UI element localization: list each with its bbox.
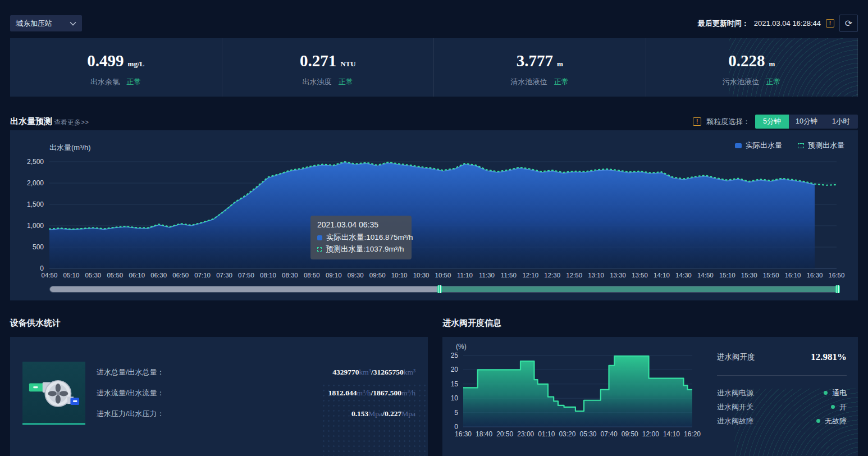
svg-text:13:50: 13:50 [632,272,648,279]
legend-predicted[interactable]: 预测出水量 [798,140,844,151]
kpi-unit: m [769,60,775,69]
svg-text:03:20: 03:20 [559,430,575,438]
view-more-link[interactable]: 查看更多>> [54,118,89,127]
stats-label: 进水总量/出水总量： [97,367,165,377]
svg-text:10:30: 10:30 [413,272,430,279]
kpi-unit: m [557,60,563,69]
status-dot [816,419,820,423]
legend-actual[interactable]: 实际出水量 [735,140,782,151]
svg-text:14:10: 14:10 [663,430,680,438]
svg-text:25: 25 [451,352,459,359]
divider [717,375,847,376]
svg-text:10:50: 10:50 [435,272,451,279]
svg-text:09:50: 09:50 [622,430,638,438]
svg-text:16:50: 16:50 [829,272,845,279]
granularity-5min-button[interactable]: 5分钟 [755,115,789,129]
kpi-label: 污水池液位 [723,77,759,86]
svg-text:06:10: 06:10 [129,272,145,279]
supply-stats-panel: 进水总量/出水总量： 4329770km³/31265750km³ 进水流量/出… [10,337,428,456]
svg-text:07:40: 07:40 [601,430,618,438]
stats-label: 进水流量/出水流量： [97,388,165,398]
valve-power-row: 进水阀电源 通电 [717,386,847,400]
supply-stats-title: 设备供水统计 [10,318,61,329]
svg-text:5: 5 [454,409,458,417]
svg-text:16:30: 16:30 [455,430,472,438]
valve-status-label: 进水阀开关 [717,402,753,412]
svg-text:15:30: 15:30 [741,272,757,279]
svg-text:11:10: 11:10 [457,272,473,279]
svg-text:08:10: 08:10 [260,272,276,279]
datazoom-slider[interactable] [49,285,840,293]
valve-status-label: 进水阀电源 [717,388,753,398]
valve-status-value: 无故障 [825,416,847,426]
svg-text:09:10: 09:10 [326,272,342,279]
datazoom-left-handle[interactable] [437,285,442,293]
datazoom-right-handle[interactable] [835,285,840,293]
svg-text:12:30: 12:30 [544,272,560,279]
svg-text:2,000: 2,000 [27,179,44,187]
valve-switch-row: 进水阀开关 开 [717,400,847,414]
kpi-panel: 0.499 mg/L 出水余氯 正常 0.271 NTU 出水浊度 正常 3.7… [10,38,858,97]
svg-text:05:30: 05:30 [85,272,101,279]
valve-status-label: 进水阀故障 [717,416,753,426]
last-update-value: 2021.03.04 16:28:44 [754,19,821,28]
svg-text:06:50: 06:50 [172,272,189,279]
svg-text:10:10: 10:10 [391,272,408,279]
pump-icon [28,367,80,418]
refresh-button[interactable]: ⟳ [839,15,858,32]
kpi-sewage-tank-level: 0.228 m 污水池液位 正常 [646,38,858,97]
legend-label: 预测出水量 [808,140,844,151]
granularity-label: 颗粒度选择： [706,117,750,127]
warning-icon[interactable]: ! [693,117,701,126]
last-update-label: 最后更新时间： [698,19,749,29]
svg-text:18:40: 18:40 [476,430,492,438]
svg-text:06:30: 06:30 [150,272,167,279]
legend-marker-predicted [798,143,804,148]
svg-text:1,500: 1,500 [27,200,44,208]
stats-value: 4329770km³/31265750km³ [332,368,415,377]
dashboard-page: 城东加压站 最后更新时间： 2021.03.04 16:28:44 ! ⟳ 0.… [0,0,868,456]
kpi-label: 出水余氯 [90,77,120,86]
svg-text:14:50: 14:50 [697,272,714,279]
svg-text:07:10: 07:10 [194,272,211,279]
svg-text:12:50: 12:50 [566,272,582,279]
svg-text:14:10: 14:10 [654,272,670,279]
granularity-1hour-button[interactable]: 1小时 [824,115,858,129]
svg-text:08:50: 08:50 [304,272,320,279]
svg-text:20: 20 [451,366,459,373]
status-badge: 正常 [554,77,569,86]
svg-text:09:50: 09:50 [369,272,386,279]
status-dot [831,405,835,409]
svg-text:23:00: 23:00 [517,430,534,438]
svg-text:500: 500 [33,243,44,251]
chart-legend: 实际出水量 预测出水量 [735,140,844,151]
forecast-section-header: 出水量预测 查看更多>> ! 颗粒度选择： 5分钟 10分钟 1小时 [10,115,858,129]
status-badge: 正常 [766,77,781,86]
kpi-value: 0.499 [87,52,124,70]
granularity-10min-button[interactable]: 10分钟 [789,115,824,129]
station-select-dropdown[interactable]: 城东加压站 [10,15,82,31]
svg-text:07:30: 07:30 [216,272,232,279]
kpi-unit: NTU [340,60,355,69]
svg-text:05:10: 05:10 [63,272,80,279]
svg-text:10: 10 [451,394,459,402]
valve-status-value: 开 [839,402,847,412]
svg-text:16:10: 16:10 [785,272,801,279]
valve-opening-label: 进水阀开度 [717,352,755,362]
valve-status-value: 通电 [832,388,847,398]
stats-row-flow: 进水流量/出水流量： 1812.044m³/h/1867.500m³/h [97,382,415,403]
kpi-label: 清水池液位 [510,77,547,86]
stats-value: 0.153Mpa/0.227Mpa [351,409,415,418]
forecast-chart[interactable]: 05001,0001,5002,0002,50004:5005:1005:300… [10,130,858,283]
svg-text:0: 0 [454,423,458,431]
svg-text:11:50: 11:50 [501,272,517,279]
datazoom-unselected-region[interactable] [50,286,441,292]
stats-row-total: 进水总量/出水总量： 4329770km³/31265750km³ [97,362,415,382]
legend-marker-actual [735,143,742,148]
station-name: 城东加压站 [16,19,70,29]
kpi-residual-chlorine: 0.499 mg/L 出水余氯 正常 [10,38,222,97]
svg-text:15:50: 15:50 [763,272,779,279]
datazoom-selected-region[interactable] [440,286,839,292]
svg-text:07:50: 07:50 [238,272,254,279]
warning-icon[interactable]: ! [826,19,834,28]
